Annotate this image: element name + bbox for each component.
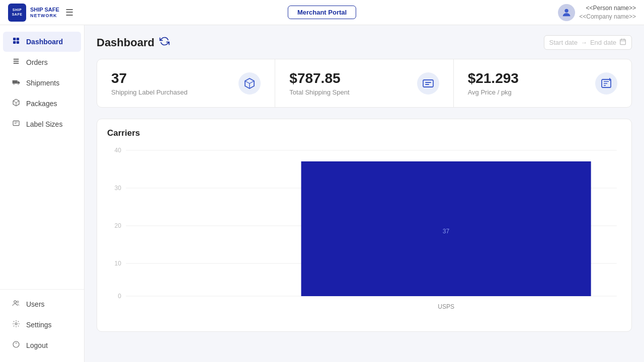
sidebar-item-label: Shipments [26,79,59,87]
dashboard-title-row: Dashboard [97,36,170,49]
start-date-input[interactable]: Start date [549,39,578,46]
svg-text:37: 37 [443,228,449,235]
svg-rect-30 [425,84,429,85]
date-arrow-icon: → [581,39,587,46]
calendar-icon [619,38,626,47]
stat-card-spent: $787.85 Total Shipping Spent [275,59,453,107]
svg-point-20 [13,341,19,347]
sidebar-item-label: Settings [26,321,52,329]
topbar-left: SHIP SAFE SHIP SAFE NETWORK ☰ [8,4,73,22]
svg-rect-3 [13,41,16,44]
sidebar-item-label: Dashboard [26,38,63,46]
topbar-right: <<Person name>> <<Company name>> [558,4,636,21]
svg-rect-2 [17,38,19,40]
packages-icon [11,99,21,109]
sidebar-nav: Dashboard Orders Shipments Packages [0,31,84,289]
svg-text:30: 30 [114,185,121,192]
user-name: <<Person name>> [579,4,636,13]
dashboard-header: Dashboard Start date → End date [97,35,632,50]
sidebar-item-orders[interactable]: Orders [3,52,81,72]
stat-card-avg: $21.293 Avg Price / pkg [454,59,631,107]
stat-label-spent: Total Shipping Spent [289,88,349,96]
svg-line-12 [13,101,16,103]
stat-text-avg: $21.293 Avg Price / pkg [468,70,519,96]
label-sizes-icon [11,119,21,129]
refresh-icon[interactable] [159,36,170,49]
svg-rect-28 [423,80,433,87]
svg-rect-14 [13,121,19,125]
logout-icon [11,340,21,350]
sidebar-item-dashboard[interactable]: Dashboard [3,32,81,52]
svg-point-9 [14,83,15,84]
svg-text:10: 10 [114,260,121,267]
sidebar-item-settings[interactable]: Settings [3,315,81,335]
logo-text: SHIP SAFE NETWORK [30,7,59,18]
users-icon [11,299,21,309]
content: Dashboard Start date → End date 37 Shipp… [85,25,644,362]
svg-point-19 [15,323,17,325]
sidebar-item-users[interactable]: Users [3,294,81,314]
stat-label-labels: Shipping Label Purchased [111,88,188,96]
hamburger-icon[interactable]: ☰ [65,7,73,18]
end-date-input[interactable]: End date [590,39,616,46]
date-range-picker[interactable]: Start date → End date [544,35,632,50]
merchant-portal-button[interactable]: Merchant Portal [288,6,356,19]
sidebar: Dashboard Orders Shipments Packages [0,25,85,362]
svg-text:USPS: USPS [438,303,454,311]
svg-rect-5 [14,59,19,60]
stat-text-spent: $787.85 Total Shipping Spent [289,70,349,96]
user-company: <<Company name>> [579,13,636,21]
svg-rect-8 [13,80,18,84]
svg-rect-7 [14,63,19,64]
stat-card-labels: 37 Shipping Label Purchased [97,59,275,107]
stat-value-labels: 37 [111,70,188,86]
stat-label-avg: Avg Price / pkg [468,88,519,96]
stat-icon-avg [595,72,617,95]
svg-rect-4 [17,41,19,44]
sidebar-bottom: Users Settings Logout [0,289,84,356]
svg-line-27 [250,81,254,83]
sidebar-item-label: Users [26,300,45,308]
shipments-icon [11,78,21,88]
svg-text:0: 0 [118,293,121,300]
stat-cards: 37 Shipping Label Purchased $787.85 Tota… [97,59,632,108]
stat-icon-spent [417,72,439,95]
topbar: SHIP SAFE SHIP SAFE NETWORK ☰ Merchant P… [0,0,644,25]
stat-value-avg: $21.293 [468,70,519,86]
sidebar-item-label-sizes[interactable]: Label Sizes [3,114,81,134]
sidebar-item-packages[interactable]: Packages [3,94,81,114]
svg-text:40: 40 [114,147,121,154]
svg-rect-6 [14,61,19,62]
stat-icon-labels [238,72,261,95]
svg-point-10 [18,83,19,84]
logo-icon: SHIP SAFE [8,4,26,22]
svg-text:20: 20 [114,222,121,230]
carriers-section: Carriers 40 30 20 10 [97,119,632,332]
sidebar-item-label: Label Sizes [26,120,62,128]
stat-value-spent: $787.85 [289,70,349,86]
svg-line-13 [16,101,19,103]
topbar-center: Merchant Portal [288,6,356,19]
sidebar-item-shipments[interactable]: Shipments [3,73,81,93]
carriers-title: Carriers [107,128,621,138]
svg-point-0 [565,9,569,12]
svg-point-17 [14,301,17,303]
user-info: <<Person name>> <<Company name>> [579,4,636,21]
bar-chart: 40 30 20 10 0 37 USPS [107,145,621,316]
sidebar-item-label: Logout [26,341,48,349]
main-layout: Dashboard Orders Shipments Packages [0,25,644,362]
page-title: Dashboard [97,36,154,49]
stat-text-labels: 37 Shipping Label Purchased [111,70,188,96]
svg-rect-21 [620,39,626,45]
svg-rect-1 [13,38,16,40]
dashboard-icon [11,37,21,47]
svg-point-18 [17,301,19,303]
chart-container: 40 30 20 10 0 37 USPS [107,145,621,326]
avatar [558,4,575,21]
logo-area: SHIP SAFE SHIP SAFE NETWORK [8,4,59,22]
sidebar-item-logout[interactable]: Logout [3,335,81,355]
settings-icon [11,320,21,330]
sidebar-item-label: Packages [26,100,57,108]
sidebar-item-label: Orders [26,58,48,66]
svg-rect-29 [425,82,431,83]
